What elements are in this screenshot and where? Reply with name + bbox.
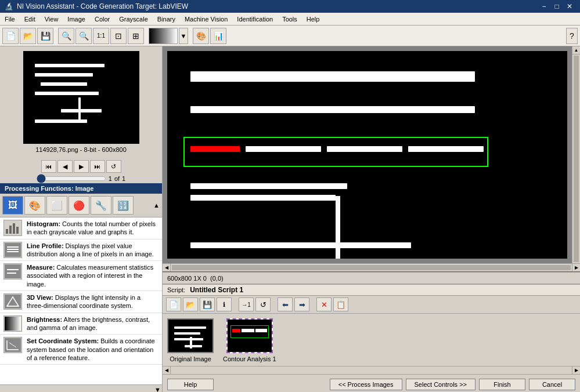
script-info-button[interactable]: ℹ <box>217 297 232 311</box>
node-white-bar <box>242 329 254 332</box>
menu-item-help[interactable]: Help <box>302 14 325 24</box>
script-back-button[interactable]: ⬅ <box>278 297 293 311</box>
script-hscroll-right[interactable]: ▶ <box>572 366 580 374</box>
selection-rectangle <box>183 137 488 167</box>
prev-frame-button[interactable]: ◀ <box>57 160 73 173</box>
script-forward-button[interactable]: ➡ <box>294 297 309 311</box>
func-3dview[interactable]: 3D View: Displays the light intensity in… <box>0 291 162 313</box>
vscroll-thumb[interactable] <box>574 56 579 262</box>
proc-tools-button[interactable]: 🔧 <box>91 196 111 215</box>
proc-color-button[interactable]: 🖼 <box>2 196 23 215</box>
lut-button[interactable]: 📊 <box>210 28 226 44</box>
first-frame-button[interactable]: ⏮ <box>41 160 56 173</box>
grid-button[interactable]: ⊞ <box>128 28 144 44</box>
palette-button[interactable]: 🎨 <box>193 28 209 44</box>
proc-binary-button[interactable]: 🔴 <box>69 196 89 215</box>
function-list: Histogram: Counts the total number of pi… <box>0 217 162 384</box>
help-icon[interactable]: ? <box>566 28 578 44</box>
menu-item-identification[interactable]: Identification <box>232 14 278 24</box>
open-button[interactable]: 📂 <box>20 28 36 44</box>
proc-functions-header: Processing Functions: Image <box>0 183 162 194</box>
func-histogram[interactable]: Histogram: Counts the total number of pi… <box>0 217 162 239</box>
script-hscrollbar[interactable]: ◀ ▶ <box>163 366 580 374</box>
script-new-button[interactable]: 📄 <box>166 297 181 311</box>
script-refresh-button[interactable]: ↺ <box>255 297 271 311</box>
script-node-original[interactable]: Original Image <box>167 318 214 362</box>
img-line-3 <box>190 183 347 189</box>
zoom-1x-button[interactable]: 1:1 <box>93 28 109 44</box>
func-brightness[interactable]: Brightness: Alters the brightness, contr… <box>0 313 162 335</box>
script-node-contour[interactable]: Contour Analysis 1 <box>223 318 276 362</box>
save-button[interactable]: 💾 <box>37 28 53 44</box>
proc-grayscale-button[interactable]: ⬜ <box>46 196 67 215</box>
new-button[interactable]: 📄 <box>2 28 19 44</box>
script-hscroll-left[interactable]: ◀ <box>163 366 171 374</box>
svg-rect-8 <box>5 264 21 278</box>
image-area[interactable]: ▲ ▼ ◀ ▶ <box>163 46 580 272</box>
menu-item-edit[interactable]: Edit <box>20 14 40 24</box>
color-dropdown[interactable]: ▼ <box>179 28 188 44</box>
titlebar: 🔬 NI Vision Assistant - Code Generation … <box>0 0 580 13</box>
svg-rect-5 <box>7 246 19 248</box>
help-button[interactable]: Help <box>167 379 214 390</box>
menu-item-machine vision[interactable]: Machine Vision <box>180 14 232 24</box>
img-line-1 <box>190 71 475 82</box>
hscroll-left-button[interactable]: ◀ <box>163 264 171 271</box>
color-picker <box>149 28 178 44</box>
proc-scroll-up[interactable]: ▲ <box>153 202 160 209</box>
func-measure[interactable]: Measure: Calculates measurement statisti… <box>0 261 162 291</box>
vscroll-up-button[interactable]: ▲ <box>572 46 580 55</box>
proc-palette-button[interactable]: 🎨 <box>24 196 45 215</box>
maximize-button[interactable]: □ <box>551 1 563 12</box>
zoom-out-button[interactable]: 🔍 <box>58 28 74 44</box>
script-step1-button[interactable]: →1 <box>239 297 254 311</box>
script-toolbar: 📄 📂 💾 ℹ →1 ↺ ⬅ ➡ ✕ 📋 <box>163 296 580 314</box>
frame-slider[interactable] <box>37 174 106 183</box>
select-controls-button[interactable]: Select Controls >> <box>406 379 476 390</box>
menu-item-color[interactable]: Color <box>90 14 114 24</box>
loop-button[interactable]: ↺ <box>106 160 121 173</box>
original-image-thumb <box>167 318 214 353</box>
script-open-button[interactable]: 📂 <box>183 297 198 311</box>
menu-item-view[interactable]: View <box>40 14 63 24</box>
cancel-button[interactable]: Cancel <box>529 379 575 390</box>
img-line-2 <box>190 106 475 113</box>
svg-rect-0 <box>6 229 8 234</box>
hscroll-right-button[interactable]: ▶ <box>572 264 580 271</box>
zoom-fit-button[interactable]: ⊡ <box>110 28 127 44</box>
histogram-desc: Histogram: Counts the total number of pi… <box>27 220 158 237</box>
node-line-1 <box>174 326 206 329</box>
zoom-in-button[interactable]: 🔍 <box>75 28 92 44</box>
image-filename: 114928,76.png - 8-bit - 600x800 <box>5 146 157 153</box>
menu-item-file[interactable]: File <box>0 14 20 24</box>
menu-item-image[interactable]: Image <box>63 14 90 24</box>
image-canvas <box>167 51 567 259</box>
last-frame-button[interactable]: ⏭ <box>90 160 105 173</box>
script-export-button[interactable]: 📋 <box>333 297 348 311</box>
next-frame-button[interactable]: ▶ <box>74 160 89 173</box>
process-images-button[interactable]: << Process Images <box>330 379 402 390</box>
thumbnail-image <box>23 51 139 144</box>
script-hscroll-track[interactable] <box>171 366 572 374</box>
app-icon: 🔬 <box>5 2 13 10</box>
titlebar-controls: − □ ✕ <box>538 1 575 12</box>
image-vscrollbar[interactable]: ▲ ▼ <box>572 46 580 271</box>
minimize-button[interactable]: − <box>538 1 550 12</box>
menu-item-binary[interactable]: Binary <box>153 14 180 24</box>
proc-id-button[interactable]: 🔢 <box>113 196 134 215</box>
main-layout: 114928,76.png - 8-bit - 600x800 ⏮ ◀ ▶ ⏭ … <box>0 46 580 392</box>
image-hscrollbar[interactable]: ◀ ▶ <box>163 263 580 271</box>
func-coordinate[interactable]: Set Coordinate System: Builds a coordina… <box>0 335 162 365</box>
menu-item-grayscale[interactable]: Grayscale <box>114 14 153 24</box>
close-button[interactable]: ✕ <box>564 1 575 12</box>
script-delete-button[interactable]: ✕ <box>316 297 332 311</box>
menu-item-tools[interactable]: Tools <box>278 14 302 24</box>
node-line-4 <box>185 345 202 347</box>
func-lineprofile[interactable]: Line Profile: Displays the pixel value d… <box>0 239 162 262</box>
hscroll-thumb[interactable] <box>172 265 571 270</box>
func-list-scrollbar[interactable]: ▼ <box>0 384 162 392</box>
bottom-right: << Process Images Select Controls >> Fin… <box>330 379 575 390</box>
finish-button[interactable]: Finish <box>479 379 525 390</box>
toolbar: 📄 📂 💾 🔍 🔍 1:1 ⊡ ⊞ ▼ 🎨 📊 ? <box>0 26 580 46</box>
script-save-button[interactable]: 💾 <box>200 297 215 311</box>
